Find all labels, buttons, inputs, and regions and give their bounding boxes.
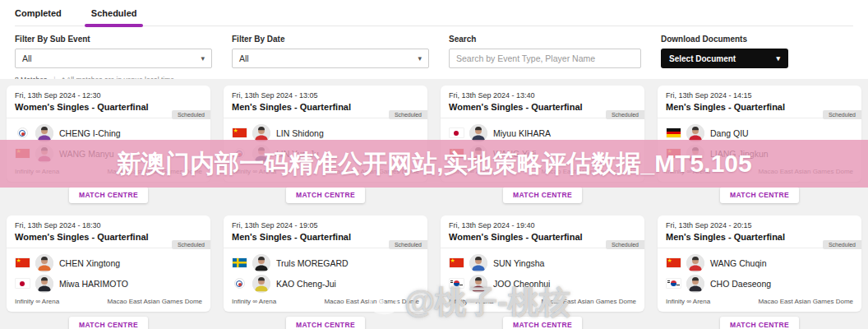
player-avatar (252, 275, 270, 293)
player-name: CHEN Xingtong (59, 258, 120, 268)
chevron-down-icon: ▾ (776, 54, 780, 63)
tab-completed[interactable]: Completed (15, 8, 62, 25)
match-card-body: Fri, 13th Sep 2024 - 18:30 Women's Singl… (7, 215, 210, 312)
player-row: CHO Daeseong (666, 273, 853, 294)
select-document-label: Select Document (669, 54, 736, 63)
player-avatar (469, 254, 487, 272)
status-badge: Scheduled (606, 110, 644, 119)
status-badge: Scheduled (823, 240, 861, 249)
flag-chn-icon: ★ (16, 258, 30, 267)
flag-chn-icon: ★ (233, 128, 247, 137)
search-label: Search (449, 35, 641, 44)
filter-date-label: Filter By Date (232, 35, 429, 44)
status-badge: Scheduled (606, 240, 644, 249)
status-badge: Scheduled (172, 110, 210, 119)
player-row: Miwa HARIMOTO (15, 273, 202, 294)
flag-chn-icon: ★ (450, 258, 464, 267)
venue-arena: Infinity ∞ Arena (666, 298, 710, 305)
match-centre-button[interactable]: MATCH CENTRE (69, 187, 148, 203)
match-datetime: Fri, 13th Sep 2024 - 14:15 (666, 91, 853, 100)
match-centre-button[interactable]: MATCH CENTRE (69, 317, 148, 329)
status-badge: Scheduled (172, 240, 210, 249)
filter-sub-event: Filter By Sub Event All ▾ (15, 35, 212, 68)
search-input[interactable] (456, 53, 634, 63)
promo-banner-overlay: 新澳门内部一码精准公开网站,实地策略评估数据_MT5.105 (0, 140, 868, 188)
venue-arena: Infinity ∞ Arena (232, 298, 276, 305)
flag-tpe-icon (17, 127, 28, 138)
player-avatar (35, 275, 53, 293)
player-name: CHO Daeseong (710, 279, 771, 289)
weibo-logo-icon (367, 288, 401, 317)
flag-chn-icon: ★ (667, 258, 681, 267)
status-badge: Scheduled (823, 110, 861, 119)
match-centre-button[interactable]: MATCH CENTRE (286, 187, 365, 203)
match-datetime: Fri, 13th Sep 2024 - 19:40 (449, 221, 636, 229)
player-name: WANG Chuqin (710, 258, 766, 268)
player-row: ★ WANG Chuqin (666, 253, 853, 273)
match-card: Fri, 13th Sep 2024 - 20:15 Men's Singles… (658, 215, 861, 329)
date-value: All (239, 53, 249, 63)
player-avatar (252, 254, 270, 272)
flag-tpe-icon (234, 278, 245, 289)
flag-jpn-icon (16, 279, 30, 288)
player-name: KAO Cheng-Jui (276, 279, 336, 289)
filter-bar: Filter By Sub Event All ▾ Filter By Date… (0, 26, 868, 68)
chevron-down-icon: ▾ (201, 54, 205, 63)
watermark-credit-text: @桃子-桃核 (404, 281, 570, 323)
player-name: Truls MOREGARD (276, 258, 349, 268)
venue-arena: Infinity ∞ Arena (15, 298, 59, 305)
match-datetime: Fri, 13th Sep 2024 - 13:40 (449, 91, 636, 100)
filter-sub-event-label: Filter By Sub Event (15, 35, 212, 44)
match-datetime: Fri, 13th Sep 2024 - 13:05 (232, 91, 419, 100)
flag-kor-icon (667, 279, 681, 288)
flag-ger-icon (667, 128, 681, 137)
player-avatar (686, 275, 704, 293)
player-name: Miwa HARIMOTO (59, 279, 128, 289)
tab-scheduled[interactable]: Scheduled (91, 8, 137, 25)
player-name: Dang QIU (710, 128, 749, 138)
player-name: SUN Yingsha (493, 258, 544, 268)
player-name: LIN Shidong (276, 128, 324, 138)
top-tab-bar: Completed Scheduled (0, 0, 868, 26)
flag-jpn-icon (450, 128, 464, 137)
match-datetime: Fri, 13th Sep 2024 - 19:05 (232, 221, 419, 229)
match-centre-button[interactable]: MATCH CENTRE (503, 187, 582, 203)
flag-swe-icon (233, 258, 247, 267)
player-avatar (686, 254, 704, 272)
player-name: Miyuu KIHARA (493, 128, 551, 138)
match-centre-button[interactable]: MATCH CENTRE (286, 317, 365, 329)
match-datetime: Fri, 13th Sep 2024 - 12:30 (15, 91, 202, 100)
match-card-body: Fri, 13th Sep 2024 - 20:15 Men's Singles… (658, 215, 861, 312)
filter-date: Filter By Date All ▾ (232, 35, 429, 68)
sub-event-value: All (22, 53, 32, 63)
player-name: CHENG I-Ching (59, 128, 121, 138)
player-row: ★ CHEN Xingtong (15, 253, 202, 273)
sub-event-select[interactable]: All ▾ (15, 49, 212, 68)
select-document-button[interactable]: Select Document ▾ (661, 49, 788, 68)
download-documents: Download Documents Select Document ▾ (661, 35, 788, 68)
filter-search: Search (449, 35, 641, 68)
match-centre-button[interactable]: MATCH CENTRE (720, 317, 799, 329)
player-row: ★ SUN Yingsha (449, 253, 636, 273)
status-badge: Scheduled (389, 110, 427, 119)
status-badge: Scheduled (389, 240, 427, 249)
chevron-down-icon: ▾ (418, 54, 422, 63)
watermark-credit: @桃子-桃核 (367, 281, 570, 323)
promo-banner-text: 新澳门内部一码精准公开网站,实地策略评估数据_MT5.105 (116, 147, 751, 181)
download-documents-label: Download Documents (661, 35, 788, 44)
match-datetime: Fri, 13th Sep 2024 - 18:30 (15, 221, 202, 229)
player-row: Truls MOREGARD (232, 253, 419, 273)
venue-location: Macao East Asian Games Dome (107, 298, 202, 305)
date-select[interactable]: All ▾ (232, 49, 429, 68)
match-centre-button[interactable]: MATCH CENTRE (720, 187, 799, 203)
match-card: Fri, 13th Sep 2024 - 18:30 Women's Singl… (7, 215, 210, 329)
player-avatar (35, 254, 53, 272)
match-datetime: Fri, 13th Sep 2024 - 20:15 (666, 221, 853, 229)
venue-location: Macao East Asian Games Dome (758, 298, 853, 305)
